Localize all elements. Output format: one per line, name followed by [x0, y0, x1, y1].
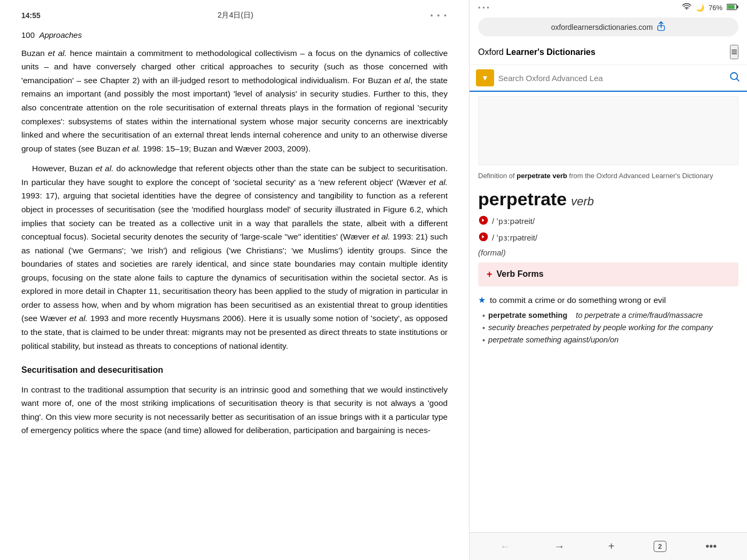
- wifi-icon: [682, 3, 692, 12]
- book-paragraph-1: Buzan et al. hence maintain a commitment…: [21, 46, 448, 156]
- dots-menu-left[interactable]: • • •: [431, 11, 448, 20]
- definition-source: Definition of perpetrate verb from the O…: [478, 171, 738, 181]
- svg-rect-1: [737, 5, 738, 8]
- search-submit-button[interactable]: [729, 71, 741, 85]
- advertisement-area: [478, 96, 738, 165]
- example-item-2: security breaches perpetrated by people …: [482, 322, 738, 334]
- status-bar-left: 14:55 2月4日(日) • • •: [21, 11, 448, 20]
- book-content: 100 Approaches Buzan et al. hence mainta…: [21, 29, 448, 437]
- pronunciation-text-1: / ˈpɜːpətreit/: [492, 217, 535, 226]
- definition-text: to commit a crime or do something wrong …: [490, 294, 666, 306]
- search-input[interactable]: [498, 74, 725, 83]
- svg-rect-2: [727, 5, 735, 9]
- pronunciation-row-2: / ˈpɜːrpətreit/: [478, 231, 738, 245]
- book-paragraph-3: In contrast to the traditional assumptio…: [21, 383, 448, 437]
- example-italic-2: security breaches perpetrated by people …: [488, 323, 713, 332]
- url-text: oxfordlearnersdictionaries.com: [551, 23, 653, 31]
- example-item-1: perpetrate something to perpetrate a cri…: [482, 309, 738, 322]
- verb-forms-button[interactable]: + Verb Forms: [478, 262, 738, 286]
- book-paragraph-2: However, Buzan et al. do acknowledge tha…: [21, 162, 448, 353]
- time-display: 14:55: [21, 11, 41, 20]
- battery-icon: [727, 4, 738, 12]
- dict-logo: Oxford Learner's Dictionaries: [478, 47, 595, 57]
- hamburger-menu-button[interactable]: ≡: [730, 45, 738, 59]
- pronunciation-text-2: / ˈpɜːrpətreit/: [492, 233, 537, 243]
- page-number: 100 Approaches: [21, 29, 448, 42]
- forward-button[interactable]: →: [550, 538, 569, 555]
- speaker-icon-2[interactable]: [478, 231, 489, 245]
- battery-indicator: 76%: [709, 4, 722, 12]
- dots-menu-right[interactable]: • • •: [478, 4, 489, 12]
- register-label: (formal): [478, 248, 738, 257]
- dropdown-chevron-icon: ▼: [481, 74, 489, 82]
- section-heading: Securitisation and desecuritisation: [21, 363, 448, 377]
- moon-icon: 🌙: [696, 4, 704, 12]
- speaker-icon-1[interactable]: [478, 215, 489, 228]
- example-italic-1: to perpetrate a crime/fraud/massacre: [576, 311, 703, 319]
- pronunciation-row-1: / ˈpɜːpətreit/: [478, 215, 738, 228]
- definition-row: ★ to commit a crime or do something wron…: [478, 294, 738, 306]
- dict-content: Definition of perpetrate verb from the O…: [470, 92, 747, 532]
- date-display: 2月4日(日): [218, 11, 253, 20]
- dictionary-panel: • • • 🌙 76% oxfordlearnersdictionaries.c…: [470, 0, 747, 560]
- example-item-3: perpetrate something against/upon/on: [482, 334, 738, 346]
- verb-forms-label: Verb Forms: [497, 269, 544, 279]
- dictionary-dropdown-button[interactable]: ▼: [476, 69, 494, 86]
- share-icon[interactable]: [657, 21, 665, 33]
- word-title: perpetrate: [478, 189, 567, 210]
- back-button[interactable]: ←: [496, 538, 515, 555]
- url-pill[interactable]: oxfordlearnersdictionaries.com: [478, 18, 738, 36]
- status-bar-right: • • • 🌙 76%: [470, 0, 747, 14]
- search-bar[interactable]: ▼: [470, 65, 747, 92]
- word-entry-header: perpetrate verb: [478, 185, 738, 212]
- more-options-button[interactable]: •••: [701, 538, 721, 555]
- url-bar[interactable]: oxfordlearnersdictionaries.com: [470, 14, 747, 39]
- star-icon: ★: [478, 295, 486, 305]
- plus-icon: +: [487, 269, 492, 280]
- new-tab-button[interactable]: +: [604, 538, 619, 555]
- example-italic-3: perpetrate something against/upon/on: [488, 335, 618, 344]
- dict-header: Oxford Learner's Dictionaries ≡: [470, 39, 747, 65]
- bottom-browser-bar: ← → + 2 •••: [470, 532, 747, 560]
- book-panel: 14:55 2月4日(日) • • • 100 Approaches Buzan…: [0, 0, 470, 560]
- example-bold-1: perpetrate something: [488, 311, 567, 319]
- examples-list: perpetrate something to perpetrate a cri…: [482, 309, 738, 346]
- tab-count[interactable]: 2: [654, 541, 666, 552]
- word-pos: verb: [571, 195, 594, 209]
